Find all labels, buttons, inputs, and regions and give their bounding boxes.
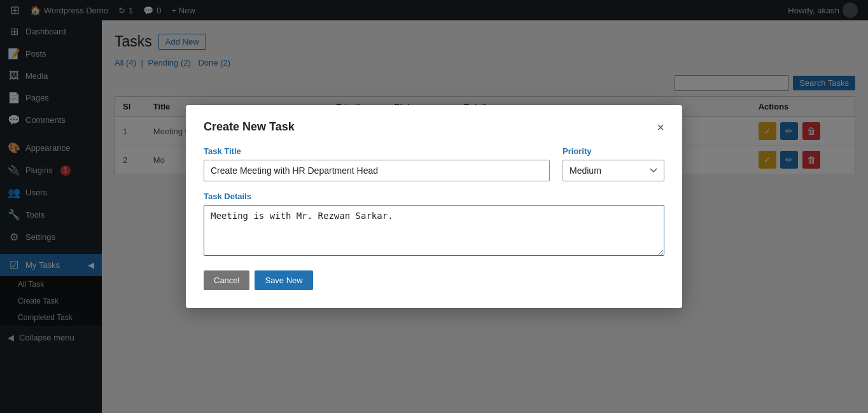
modal-overlay: Create New Task × Task Title Priority Lo…	[0, 0, 868, 413]
task-details-textarea[interactable]: Meeting is with Mr. Rezwan Sarkar.	[204, 205, 664, 256]
task-title-input[interactable]	[204, 160, 550, 181]
modal-actions: Cancel Save New	[204, 270, 664, 290]
modal-details-section: Task Details Meeting is with Mr. Rezwan …	[204, 192, 664, 258]
priority-label: Priority	[563, 146, 664, 156]
create-task-modal: Create New Task × Task Title Priority Lo…	[186, 105, 682, 308]
cancel-button[interactable]: Cancel	[204, 270, 249, 290]
modal-title: Create New Task	[204, 120, 295, 134]
modal-col-priority: Priority Low Medium High	[563, 146, 664, 181]
save-new-button[interactable]: Save New	[255, 270, 312, 290]
modal-col-title: Task Title	[204, 146, 550, 181]
priority-select[interactable]: Low Medium High	[563, 160, 664, 181]
task-details-label: Task Details	[204, 192, 664, 201]
modal-row-title-priority: Task Title Priority Low Medium High	[204, 146, 664, 181]
modal-close-button[interactable]: ×	[657, 121, 664, 134]
task-title-label: Task Title	[204, 146, 550, 156]
modal-header: Create New Task ×	[204, 120, 664, 134]
